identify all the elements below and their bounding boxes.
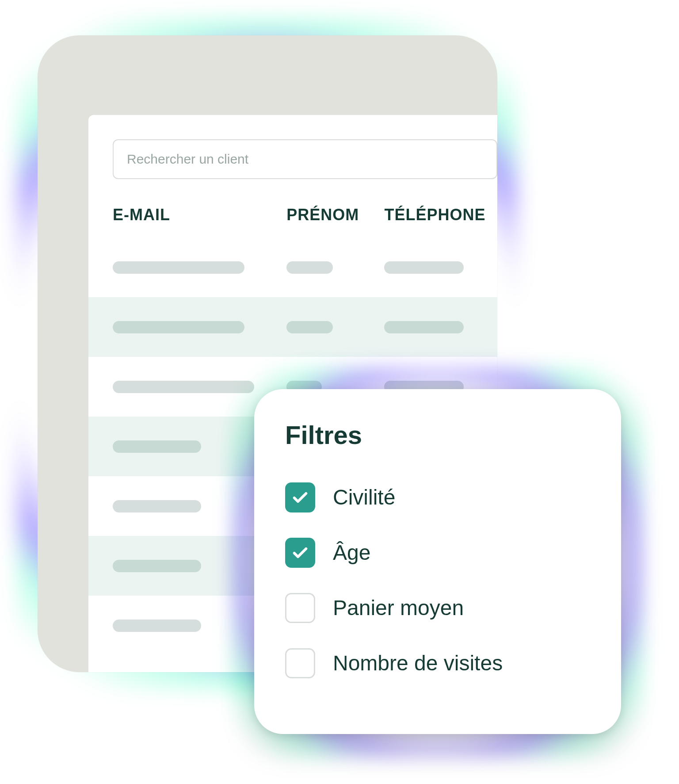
- filters-title: Filtres: [285, 420, 590, 450]
- skeleton-cell: [113, 560, 201, 572]
- filter-label: Panier moyen: [333, 596, 464, 620]
- check-icon: [291, 489, 309, 506]
- skeleton-cell: [113, 620, 201, 632]
- filter-option-civilite[interactable]: Civilité: [285, 470, 590, 525]
- check-icon: [291, 544, 309, 562]
- search-container: [88, 139, 497, 179]
- column-header-telephone: TÉLÉPHONE: [384, 206, 497, 224]
- skeleton-cell: [286, 261, 333, 274]
- filter-option-panier-moyen[interactable]: Panier moyen: [285, 580, 590, 635]
- filter-label: Âge: [333, 540, 370, 565]
- skeleton-cell: [113, 321, 244, 333]
- checkbox-checked[interactable]: [285, 482, 315, 512]
- checkbox-unchecked[interactable]: [285, 648, 315, 678]
- skeleton-cell: [286, 321, 333, 333]
- filter-option-nombre-visites[interactable]: Nombre de visites: [285, 635, 590, 691]
- filter-label: Nombre de visites: [333, 651, 503, 675]
- filter-label: Civilité: [333, 485, 395, 509]
- checkbox-unchecked[interactable]: [285, 593, 315, 623]
- table-header-row: E-MAIL PRÉNOM TÉLÉPHONE: [88, 206, 497, 224]
- skeleton-cell: [384, 261, 464, 274]
- skeleton-cell: [113, 261, 244, 274]
- skeleton-cell: [113, 500, 201, 512]
- skeleton-cell: [384, 321, 464, 333]
- filter-option-age[interactable]: Âge: [285, 525, 590, 580]
- skeleton-cell: [113, 381, 254, 393]
- skeleton-cell: [113, 440, 201, 453]
- search-input[interactable]: [113, 139, 497, 179]
- filters-card: Filtres Civilité Âge Panier moyen Nombre…: [254, 389, 621, 734]
- checkbox-checked[interactable]: [285, 538, 315, 568]
- column-header-email: E-MAIL: [113, 206, 286, 224]
- table-row[interactable]: [88, 297, 497, 357]
- table-row[interactable]: [88, 237, 497, 297]
- column-header-prenom: PRÉNOM: [286, 206, 384, 224]
